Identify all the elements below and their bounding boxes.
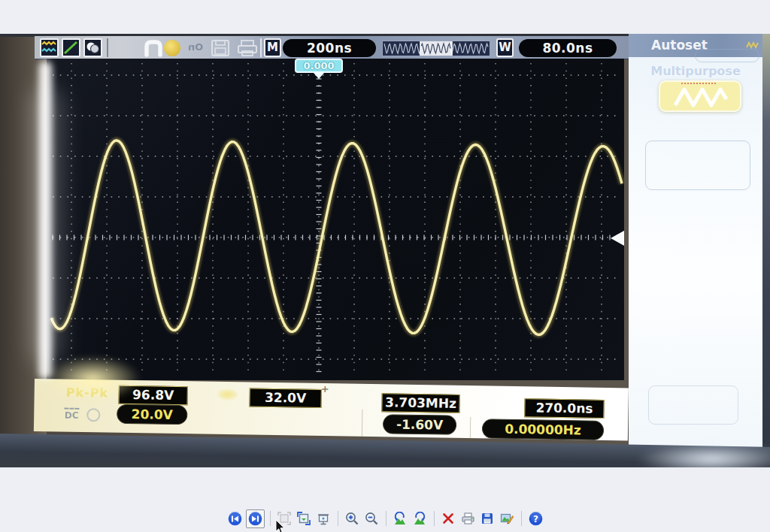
scope-topbar: On M 200ns — [35, 36, 629, 59]
graticule — [47, 59, 624, 380]
multicycle-waveform-icon — [671, 86, 731, 108]
toolbar-separator — [434, 511, 435, 526]
channel-waves-icon — [40, 38, 59, 57]
zoom-in-button[interactable] — [344, 510, 361, 527]
readout-divider — [362, 410, 363, 437]
topbar-separator — [260, 38, 262, 57]
trigger-level-readout: -1.60V — [383, 414, 456, 435]
next-image-button[interactable] — [246, 509, 265, 528]
coupling-dc-icon: DC — [61, 407, 82, 421]
washed-label — [218, 389, 238, 400]
toolbar-separator — [521, 511, 522, 526]
toolbar-separator — [386, 511, 387, 526]
photo-oscilloscope: On M 200ns — [0, 34, 770, 467]
menu-faint-box — [645, 141, 750, 190]
svg-text:?: ? — [533, 514, 538, 524]
pulse-icon — [144, 39, 162, 57]
mouse-cursor — [275, 520, 286, 532]
previous-image-button[interactable] — [226, 510, 244, 527]
readout-divider — [470, 417, 471, 440]
waveform-trace — [51, 141, 622, 335]
zoom-out-button[interactable] — [363, 510, 380, 527]
trigger-frequency-readout: 0.00000Hz — [482, 419, 604, 440]
slideshow-button[interactable] — [315, 510, 332, 527]
trigger-level-arrow — [611, 231, 624, 246]
trigger-position-marker-tip — [314, 73, 324, 79]
graticule-bottom-tick: + — [321, 383, 329, 394]
ramp-icon — [62, 38, 80, 57]
rotate-clockwise-button[interactable] — [411, 510, 429, 527]
print-button[interactable] — [459, 510, 477, 527]
trigger-position-marker: 0.000 — [295, 59, 343, 73]
scope-side-menu: Autoset Multipurpose — [629, 34, 762, 455]
delete-button[interactable] — [440, 510, 457, 527]
scope-screen: 0.000 — [47, 59, 624, 380]
ch1-scale-readout: 20.0V — [117, 404, 187, 425]
side-menu-item-label: Multipurpose — [629, 64, 762, 78]
window-timebase-icon: W — [496, 38, 514, 57]
screen-glare-yellow — [44, 355, 141, 402]
measurement-mean-value: 32.0V — [249, 388, 321, 408]
multipurpose-button — [659, 80, 741, 112]
edit-button[interactable] — [499, 510, 516, 527]
toolbar-separator — [270, 511, 271, 526]
screen-glare — [39, 61, 52, 379]
measurement-period-value: 270.0ns — [524, 398, 604, 419]
help-button[interactable]: ? — [527, 510, 544, 527]
rotate-counterclockwise-button[interactable] — [392, 510, 409, 527]
measurement-freq-value: 3.703MHz — [381, 393, 459, 413]
toolbar-separator — [338, 511, 338, 526]
menu-faint-box — [695, 49, 759, 62]
save-button[interactable] — [479, 510, 496, 527]
viewer-window: On M 200ns — [0, 0, 770, 532]
main-timebase-icon: M — [264, 38, 281, 57]
window-timebase-readout: 80.0ns — [519, 39, 617, 57]
run-indicator-icon — [164, 40, 180, 56]
menu-faint-box — [648, 385, 738, 425]
bandwidth-limit-icon — [86, 408, 100, 422]
scope-bezel-right — [762, 34, 770, 467]
topbar-separator — [107, 38, 108, 57]
main-timebase-readout: 200ns — [283, 39, 376, 57]
contrast-icon — [83, 38, 102, 57]
actual-size-button[interactable] — [296, 510, 313, 527]
on-label: On — [188, 41, 203, 53]
viewer-toolbar: ? — [0, 508, 770, 529]
waveform-preview-bar — [382, 41, 490, 56]
